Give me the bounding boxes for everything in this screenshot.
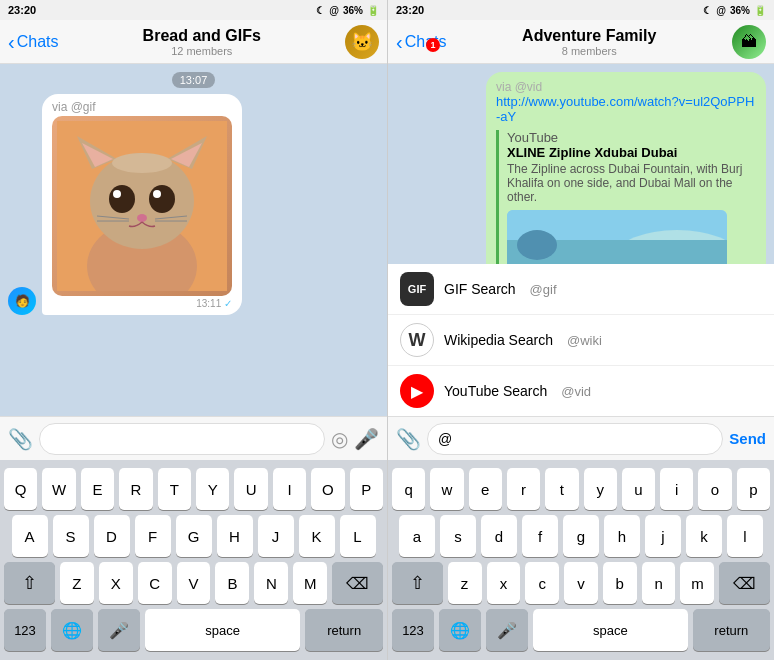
- right-attachment-icon[interactable]: 📎: [396, 427, 421, 451]
- key-mic[interactable]: 🎤: [98, 609, 140, 651]
- right-key-backspace[interactable]: ⌫: [719, 562, 770, 604]
- right-key-shift[interactable]: ⇧: [392, 562, 443, 604]
- bot-item-gif[interactable]: GIF GIF Search @gif: [388, 264, 774, 315]
- right-back-button[interactable]: ‹ Chats 1: [396, 32, 446, 52]
- right-send-button[interactable]: Send: [729, 430, 766, 447]
- key-s[interactable]: s: [440, 515, 476, 557]
- key-Q[interactable]: Q: [4, 468, 37, 510]
- right-chat-avatar[interactable]: 🏔: [732, 25, 766, 59]
- key-F[interactable]: F: [135, 515, 171, 557]
- right-key-space[interactable]: space: [533, 609, 688, 651]
- left-chat-avatar[interactable]: 🐱: [345, 25, 379, 59]
- left-back-button[interactable]: ‹ Chats: [8, 32, 58, 52]
- key-123[interactable]: 123: [4, 609, 46, 651]
- key-u[interactable]: u: [622, 468, 655, 510]
- key-l[interactable]: l: [727, 515, 763, 557]
- key-C[interactable]: C: [138, 562, 172, 604]
- key-shift[interactable]: ⇧: [4, 562, 55, 604]
- key-A[interactable]: A: [12, 515, 48, 557]
- right-chat-body: via @vid http://www.youtube.com/watch?v=…: [388, 64, 774, 264]
- key-R[interactable]: R: [119, 468, 152, 510]
- key-i[interactable]: i: [660, 468, 693, 510]
- key-v[interactable]: v: [564, 562, 598, 604]
- link-preview-video-title: XLINE Zipline Xdubai Dubai: [507, 145, 677, 160]
- right-message-input[interactable]: [427, 423, 723, 455]
- key-globe[interactable]: 🌐: [51, 609, 93, 651]
- key-p[interactable]: p: [737, 468, 770, 510]
- left-attachment-icon[interactable]: 📎: [8, 427, 33, 451]
- key-D[interactable]: D: [94, 515, 130, 557]
- bot-list: GIF GIF Search @gif W Wikipedia Search @…: [388, 264, 774, 416]
- left-status-bar: 23:20 ☾ @ 36% 🔋: [0, 0, 387, 20]
- key-space[interactable]: space: [145, 609, 300, 651]
- key-X[interactable]: X: [99, 562, 133, 604]
- right-key-globe[interactable]: 🌐: [439, 609, 481, 651]
- key-E[interactable]: E: [81, 468, 114, 510]
- link-message-row: via @vid http://www.youtube.com/watch?v=…: [396, 72, 766, 264]
- key-B[interactable]: B: [215, 562, 249, 604]
- key-J[interactable]: J: [258, 515, 294, 557]
- right-keyboard-row-4: 123 🌐 🎤 space return: [392, 609, 770, 651]
- key-N[interactable]: N: [254, 562, 288, 604]
- key-b[interactable]: b: [603, 562, 637, 604]
- right-keyboard-row-1: q w e r t y u i o p: [392, 468, 770, 510]
- key-T[interactable]: T: [158, 468, 191, 510]
- key-w[interactable]: w: [430, 468, 463, 510]
- key-c[interactable]: c: [525, 562, 559, 604]
- key-U[interactable]: U: [234, 468, 267, 510]
- key-I[interactable]: I: [273, 468, 306, 510]
- key-r[interactable]: r: [507, 468, 540, 510]
- key-e[interactable]: e: [469, 468, 502, 510]
- key-q[interactable]: q: [392, 468, 425, 510]
- right-key-mic[interactable]: 🎤: [486, 609, 528, 651]
- key-H[interactable]: H: [217, 515, 253, 557]
- left-time: 23:20: [8, 4, 36, 16]
- thumbnail-svg: [507, 210, 727, 264]
- key-x[interactable]: x: [487, 562, 521, 604]
- key-G[interactable]: G: [176, 515, 212, 557]
- key-P[interactable]: P: [350, 468, 383, 510]
- key-t[interactable]: t: [545, 468, 578, 510]
- right-chat-subtitle: 8 members: [446, 45, 732, 57]
- key-V[interactable]: V: [177, 562, 211, 604]
- key-o[interactable]: o: [698, 468, 731, 510]
- bot-item-youtube[interactable]: ▶ YouTube Search @vid: [388, 366, 774, 416]
- key-backspace[interactable]: ⌫: [332, 562, 383, 604]
- keyboard-row-2: A S D F G H J K L: [4, 515, 383, 557]
- key-d[interactable]: d: [481, 515, 517, 557]
- key-O[interactable]: O: [311, 468, 344, 510]
- bot-item-wiki[interactable]: W Wikipedia Search @wiki: [388, 315, 774, 366]
- key-g[interactable]: g: [563, 515, 599, 557]
- keyboard-row-4: 123 🌐 🎤 space return: [4, 609, 383, 651]
- key-j[interactable]: j: [645, 515, 681, 557]
- key-M[interactable]: M: [293, 562, 327, 604]
- key-k[interactable]: k: [686, 515, 722, 557]
- key-Z[interactable]: Z: [60, 562, 94, 604]
- key-n[interactable]: n: [642, 562, 676, 604]
- key-return[interactable]: return: [305, 609, 383, 651]
- key-K[interactable]: K: [299, 515, 335, 557]
- right-key-123[interactable]: 123: [392, 609, 434, 651]
- key-h[interactable]: h: [604, 515, 640, 557]
- key-S[interactable]: S: [53, 515, 89, 557]
- left-chat-body: 13:07 🧑 via @gif: [0, 64, 387, 416]
- key-Y[interactable]: Y: [196, 468, 229, 510]
- key-y[interactable]: y: [584, 468, 617, 510]
- key-W[interactable]: W: [42, 468, 75, 510]
- left-sticker-icon[interactable]: ◎: [331, 427, 348, 451]
- key-L[interactable]: L: [340, 515, 376, 557]
- via-label: via @gif: [52, 100, 232, 114]
- left-mic-icon[interactable]: 🎤: [354, 427, 379, 451]
- right-key-return[interactable]: return: [693, 609, 770, 651]
- key-f[interactable]: f: [522, 515, 558, 557]
- left-chat-title: Bread and GIFs: [58, 27, 345, 45]
- key-a[interactable]: a: [399, 515, 435, 557]
- key-m[interactable]: m: [680, 562, 714, 604]
- link-url[interactable]: http://www.youtube.com/watch?v=ul2QoPPH-…: [496, 94, 756, 124]
- key-z[interactable]: z: [448, 562, 482, 604]
- notification-badge: 1: [426, 38, 440, 52]
- svg-point-11: [153, 190, 161, 198]
- left-message-input[interactable]: [39, 423, 325, 455]
- left-back-label[interactable]: Chats: [17, 33, 59, 51]
- left-status-icons: ☾ @ 36% 🔋: [316, 5, 379, 16]
